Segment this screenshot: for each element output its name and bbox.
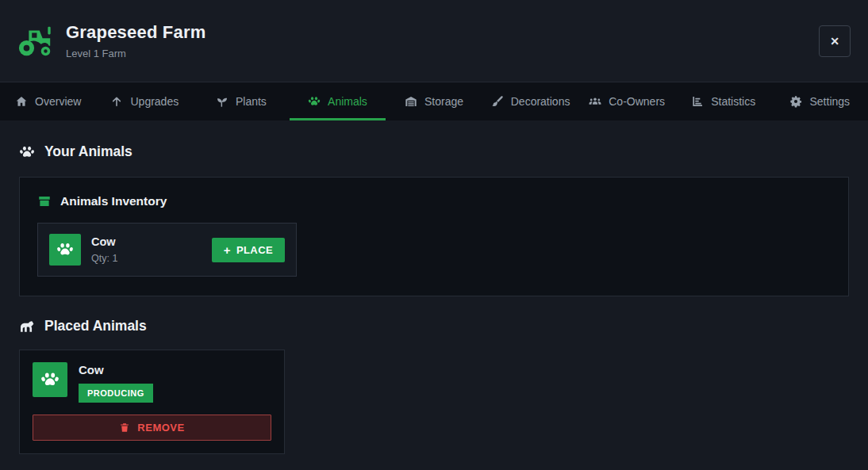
tab-bar: Overview Upgrades Plants Animals Storage… [0, 82, 868, 120]
panel-title-label: Animals Inventory [60, 194, 167, 208]
farm-header: Grapeseed Farm Level 1 Farm ✕ [0, 0, 868, 82]
animals-inventory-panel: Animals Inventory Cow Qty: 1 + PLACE [19, 177, 849, 296]
section-title-label: Your Animals [44, 143, 133, 160]
remove-button[interactable]: REMOVE [33, 415, 271, 441]
tab-overview[interactable]: Overview [0, 82, 97, 120]
tab-animals[interactable]: Animals [290, 82, 386, 120]
plus-icon: + [224, 244, 231, 256]
animal-thumbnail [33, 362, 67, 397]
tab-label: Co-Owners [609, 95, 665, 108]
tab-settings[interactable]: Settings [772, 82, 868, 120]
gear-icon [789, 95, 802, 108]
animal-thumbnail [49, 234, 81, 266]
tab-label: Plants [236, 95, 267, 108]
close-button[interactable]: ✕ [819, 25, 851, 57]
tab-label: Storage [424, 95, 463, 108]
paw-icon [40, 370, 60, 389]
tab-plants[interactable]: Plants [193, 82, 290, 120]
animals-inventory-heading: Animals Inventory [37, 194, 831, 208]
animal-quantity: Qty: 1 [91, 253, 117, 264]
place-button-label: PLACE [236, 244, 273, 256]
paw-icon [308, 95, 321, 108]
users-icon [589, 95, 601, 108]
tab-co-owners[interactable]: Co-Owners [578, 82, 675, 120]
paw-icon [19, 144, 35, 160]
warehouse-icon [405, 95, 417, 108]
remove-button-label: REMOVE [137, 422, 184, 434]
place-button[interactable]: + PLACE [212, 238, 285, 262]
seedling-icon [216, 95, 229, 108]
tab-statistics[interactable]: Statistics [675, 82, 772, 120]
tab-upgrades[interactable]: Upgrades [97, 82, 194, 120]
section-title-label: Placed Animals [44, 318, 147, 334]
tab-decorations[interactable]: Decorations [482, 82, 579, 120]
animal-name: Cow [79, 363, 153, 376]
placed-animal-card-cow: Cow PRODUCING REMOVE [19, 350, 285, 454]
paw-icon [56, 241, 74, 258]
animal-name: Cow [91, 235, 117, 248]
tab-label: Settings [809, 95, 850, 108]
horse-icon [19, 319, 35, 334]
close-icon: ✕ [830, 35, 839, 48]
farm-title: Grapeseed Farm [66, 22, 205, 43]
tab-label: Decorations [511, 95, 570, 108]
status-badge: PRODUCING [79, 384, 153, 403]
arrow-up-icon [110, 95, 123, 108]
home-icon [15, 95, 28, 108]
chart-icon [691, 95, 704, 108]
farm-level-subtitle: Level 1 Farm [66, 48, 205, 59]
tab-label: Overview [35, 95, 81, 108]
animals-tab-content: Your Animals Animals Inventory Cow Qty: … [0, 143, 868, 454]
paintbrush-icon [491, 95, 504, 108]
placed-animals-heading: Placed Animals [19, 318, 849, 334]
tab-label: Animals [328, 95, 367, 108]
inventory-item-cow: Cow Qty: 1 + PLACE [37, 223, 297, 277]
tractor-icon [17, 25, 54, 57]
tab-storage[interactable]: Storage [386, 82, 482, 120]
your-animals-heading: Your Animals [19, 143, 849, 160]
box-icon [37, 194, 52, 208]
tab-label: Statistics [711, 95, 755, 108]
trash-icon [119, 422, 130, 434]
tab-label: Upgrades [130, 95, 179, 108]
